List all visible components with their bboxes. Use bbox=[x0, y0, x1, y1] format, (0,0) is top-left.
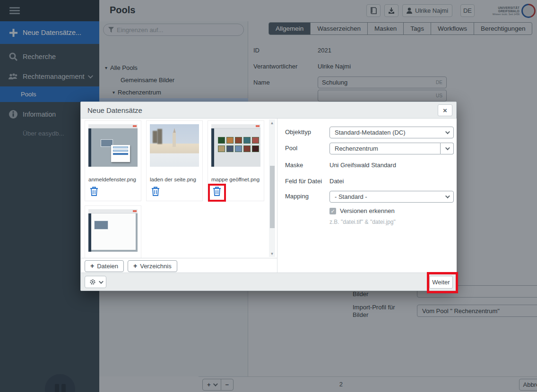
maske-value: Uni Greifswald Standard bbox=[329, 162, 396, 169]
chevron-down-icon bbox=[98, 279, 103, 284]
pool-value: Rechenzentrum bbox=[335, 145, 378, 152]
versions-checkbox-row[interactable]: ✓ Versionen erkennen bbox=[329, 207, 395, 214]
add-files-label: Dateien bbox=[97, 263, 118, 270]
dialog-header: Neue Datensätze bbox=[81, 102, 456, 119]
thumbnail-image bbox=[150, 124, 199, 167]
close-icon: × bbox=[443, 106, 447, 114]
pool-select: Rechenzentrum bbox=[329, 143, 454, 154]
trash-icon-highlighted[interactable] bbox=[212, 186, 223, 197]
app-window: Neue Datensätze... Recherche Rechtemanag… bbox=[0, 0, 537, 392]
chevron-down-icon bbox=[445, 194, 450, 198]
file-card: anmeldefenster.png bbox=[85, 120, 141, 201]
file-card: mappe geöffnet.png bbox=[208, 120, 264, 201]
pool-value-field[interactable]: Rechenzentrum bbox=[329, 143, 441, 154]
objekttyp-select[interactable]: Standard-Metadaten (DC) bbox=[329, 127, 454, 138]
thumbnail-scrollbar: ▲ ▼ bbox=[269, 119, 275, 257]
mapping-select[interactable]: - Standard - bbox=[329, 191, 454, 203]
weiter-button[interactable]: Weiter bbox=[429, 276, 453, 289]
checkbox-checked-icon[interactable]: ✓ bbox=[329, 208, 336, 214]
import-settings-form: Objekttyp Standard-Metadaten (DC) Pool R… bbox=[277, 119, 457, 273]
mapping-value: - Standard - bbox=[335, 193, 367, 200]
versions-hint: z.B. "datei.tif" & "datei.jpg" bbox=[329, 219, 396, 225]
scrollbar-thumb[interactable] bbox=[270, 166, 275, 228]
dialog-footer: Weiter bbox=[81, 273, 456, 290]
add-files-button[interactable]: + Dateien bbox=[85, 260, 124, 272]
file-card bbox=[85, 205, 141, 258]
thumbnail-image bbox=[211, 124, 260, 167]
objekttyp-value: Standard-Metadaten (DC) bbox=[335, 129, 406, 136]
file-name: anmeldefenster.png bbox=[88, 177, 139, 182]
dialog-title: Neue Datensätze bbox=[87, 106, 142, 114]
plus-icon: + bbox=[133, 262, 137, 270]
file-buttons-row: + Dateien + Verzeichnis bbox=[81, 258, 277, 273]
add-directory-label: Verzeichnis bbox=[140, 263, 171, 270]
neue-datensaetze-dialog: Neue Datensätze × anmeldefenster.png lad… bbox=[80, 102, 457, 291]
file-thumbnail-list: anmeldefenster.png laden der seite.png bbox=[81, 119, 269, 258]
chevron-down-icon bbox=[445, 145, 450, 150]
settings-dropdown-button[interactable] bbox=[85, 276, 106, 288]
versions-label: Versionen erkennen bbox=[340, 207, 395, 214]
maske-label: Maske bbox=[285, 162, 303, 169]
gear-icon bbox=[89, 279, 96, 285]
chevron-down-icon bbox=[445, 129, 450, 134]
add-directory-button[interactable]: + Verzeichnis bbox=[128, 260, 177, 272]
mapping-label: Mapping bbox=[285, 193, 309, 200]
plus-icon: + bbox=[90, 262, 94, 270]
feld-fuer-datei-value: Datei bbox=[329, 178, 344, 185]
file-name: mappe geöffnet.png bbox=[211, 177, 262, 182]
trash-icon[interactable] bbox=[151, 186, 161, 197]
thumbnail-image bbox=[88, 124, 138, 167]
trash-icon[interactable] bbox=[89, 186, 100, 197]
scroll-down-arrow[interactable]: ▼ bbox=[269, 250, 275, 257]
objekttyp-label: Objekttyp bbox=[285, 128, 311, 136]
pool-dropdown-button[interactable] bbox=[441, 143, 454, 154]
pool-label: Pool bbox=[285, 145, 297, 152]
file-card: laden der seite.png bbox=[146, 120, 203, 201]
close-button[interactable]: × bbox=[438, 104, 452, 116]
thumbnail-image bbox=[88, 209, 138, 252]
scroll-up-arrow[interactable]: ▲ bbox=[269, 119, 275, 126]
file-name: laden der seite.png bbox=[150, 177, 201, 182]
feld-fuer-datei-label: Feld für Datei bbox=[285, 178, 322, 185]
